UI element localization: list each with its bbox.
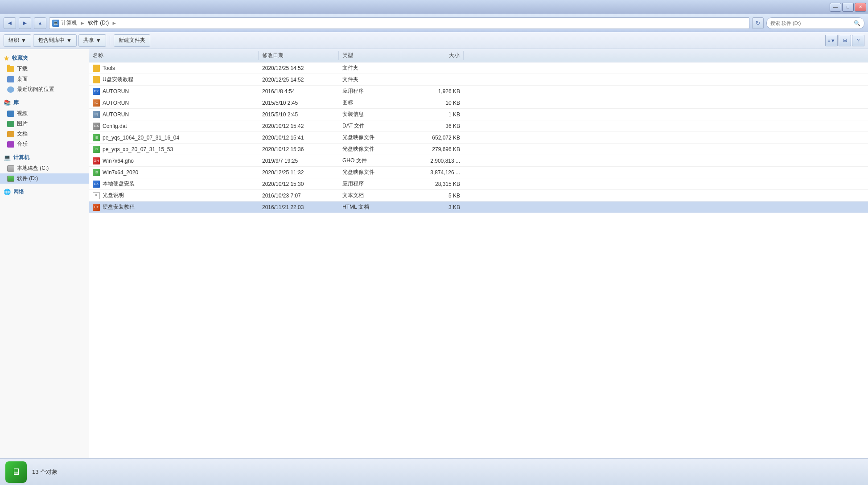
share-button[interactable]: 共享 ▼ [78, 34, 106, 47]
file-name: 本地硬盘安装 [103, 180, 135, 188]
new-folder-label: 新建文件夹 [119, 37, 145, 44]
table-row[interactable]: ≡ 光盘说明 2016/10/23 7:07 文本文档 5 KB [89, 190, 868, 201]
status-logo: 🖥 [5, 461, 27, 483]
organize-label: 组织 [8, 37, 19, 44]
computer-section: 💻 计算机 本地磁盘 (C:) 软件 (D:) [0, 152, 89, 184]
minimize-button[interactable]: — [830, 3, 841, 12]
table-row[interactable]: DA Config.dat 2020/10/12 15:42 DAT 文件 36… [89, 120, 868, 132]
file-name: Config.dat [103, 123, 127, 129]
sidebar-item-music[interactable]: 音乐 [0, 139, 89, 149]
forward-button[interactable]: ► [19, 17, 31, 29]
file-name-cell: EX AUTORUN [89, 87, 259, 96]
table-row[interactable]: IN AUTORUN 2015/5/10 2:45 安装信息 1 KB [89, 109, 868, 120]
table-row[interactable]: IS Win7x64_2020 2020/12/25 11:32 光盘映像文件 … [89, 167, 868, 178]
file-name: 光盘说明 [103, 192, 124, 199]
column-type-header[interactable]: 类型 [339, 51, 401, 60]
folder-icon [93, 76, 100, 83]
file-name-cell: EX 本地硬盘安装 [89, 179, 259, 189]
address-path[interactable]: 💻 计算机 ► 软件 (D:) ► [49, 17, 749, 29]
path-sep1: ► [80, 20, 85, 26]
table-row[interactable]: Tools 2020/12/25 14:52 文件夹 [89, 62, 868, 74]
maximize-button[interactable]: □ [842, 3, 854, 12]
desktop-label: 桌面 [17, 75, 28, 83]
table-row[interactable]: IS pe_yqs_1064_20_07_31_16_04 2020/10/12… [89, 132, 868, 144]
sidebar-item-d-drive[interactable]: 软件 (D:) [0, 173, 89, 184]
file-size-cell: 3 KB [401, 203, 464, 211]
recent-icon [7, 86, 14, 93]
library-header[interactable]: 📚 库 [0, 97, 89, 108]
path-computer-icon: 💻 [52, 20, 59, 27]
downloads-label: 下载 [17, 65, 28, 73]
table-row[interactable]: EX AUTORUN 2016/1/8 4:54 应用程序 1,926 KB [89, 86, 868, 97]
sidebar-item-video[interactable]: 视频 [0, 108, 89, 119]
view-toggle-button[interactable]: ≡▼ [825, 35, 838, 46]
sidebar-item-recent[interactable]: 最近访问的位置 [0, 84, 89, 95]
search-icon[interactable]: 🔍 [854, 20, 860, 26]
table-row[interactable]: U盘安装教程 2020/12/25 14:52 文件夹 [89, 74, 868, 86]
file-type-cell: HTML 文档 [339, 202, 401, 212]
column-name-header[interactable]: 名称 [89, 51, 259, 60]
address-bar: ◄ ► ▲ 💻 计算机 ► 软件 (D:) ► ↻ 🔍 [0, 14, 868, 32]
table-row[interactable]: HT 硬盘安装教程 2016/11/21 22:03 HTML 文档 3 KB [89, 201, 868, 213]
file-size-cell: 2,900,813 ... [401, 157, 464, 165]
title-bar: — □ ✕ [0, 0, 868, 14]
share-arrow: ▼ [96, 37, 101, 44]
toolbar: 组织 ▼ 包含到库中 ▼ 共享 ▼ 新建文件夹 ≡▼ ⊟ ? [0, 32, 868, 49]
library-section: 📚 库 视频 图片 文档 音乐 [0, 97, 89, 149]
favorites-icon: ★ [4, 55, 9, 62]
computer-header[interactable]: 💻 计算机 [0, 152, 89, 163]
sidebar-item-downloads[interactable]: 下载 [0, 64, 89, 74]
file-name-cell: U盘安装教程 [89, 75, 259, 84]
file-type-cell: DAT 文件 [339, 121, 401, 131]
html-icon: HT [93, 204, 100, 211]
column-date-header[interactable]: 修改日期 [259, 51, 339, 60]
sidebar: ★ 收藏夹 下载 桌面 最近访问的位置 📚 库 [0, 49, 89, 458]
iso-icon: IS [93, 169, 100, 176]
file-name-cell: IC AUTORUN [89, 99, 259, 107]
c-drive-label: 本地磁盘 (C:) [17, 164, 49, 172]
favorites-label: 收藏夹 [12, 54, 28, 62]
file-size-cell: 1,926 KB [401, 87, 464, 95]
include-library-button[interactable]: 包含到库中 ▼ [33, 34, 77, 47]
file-name-cell: ≡ 光盘说明 [89, 191, 259, 200]
preview-pane-button[interactable]: ⊟ [839, 35, 851, 46]
recent-label: 最近访问的位置 [17, 86, 54, 93]
sidebar-item-pictures[interactable]: 图片 [0, 119, 89, 129]
new-folder-button[interactable]: 新建文件夹 [114, 34, 150, 47]
sidebar-item-c-drive[interactable]: 本地磁盘 (C:) [0, 163, 89, 173]
table-row[interactable]: EX 本地硬盘安装 2020/10/12 15:30 应用程序 28,315 K… [89, 178, 868, 190]
table-row[interactable]: IC AUTORUN 2015/5/10 2:45 图标 10 KB [89, 97, 868, 109]
file-date-cell: 2016/1/8 4:54 [259, 87, 339, 95]
file-type-cell: 文件夹 [339, 75, 401, 84]
file-date-cell: 2020/12/25 11:32 [259, 169, 339, 177]
close-button[interactable]: ✕ [855, 3, 866, 12]
back-button[interactable]: ◄ [4, 17, 16, 29]
organize-button[interactable]: 组织 ▼ [4, 34, 31, 47]
file-name-cell: IS Win7x64_2020 [89, 168, 259, 177]
refresh-button[interactable]: ↻ [752, 17, 764, 29]
pictures-label: 图片 [17, 120, 28, 127]
file-name-cell: GH Win7x64.gho [89, 156, 259, 165]
view-buttons: ≡▼ ⊟ ? [825, 35, 864, 46]
file-date-cell: 2019/9/7 19:25 [259, 157, 339, 165]
sidebar-item-documents[interactable]: 文档 [0, 129, 89, 139]
column-size-header[interactable]: 大小 [401, 51, 464, 60]
help-button[interactable]: ? [852, 35, 864, 46]
include-library-label: 包含到库中 [38, 37, 65, 44]
include-arrow: ▼ [66, 37, 72, 44]
status-count: 13 个对象 [32, 468, 58, 476]
up-button[interactable]: ▲ [34, 17, 46, 29]
search-input[interactable] [770, 21, 852, 26]
file-type-cell: GHO 文件 [339, 156, 401, 165]
file-rows-container: Tools 2020/12/25 14:52 文件夹 U盘安装教程 2020/1… [89, 62, 868, 213]
sidebar-item-desktop[interactable]: 桌面 [0, 74, 89, 84]
organize-arrow: ▼ [21, 37, 26, 44]
network-label: 网络 [13, 188, 24, 196]
favorites-header[interactable]: ★ 收藏夹 [0, 53, 89, 64]
favorites-section: ★ 收藏夹 下载 桌面 最近访问的位置 [0, 53, 89, 95]
file-date-cell: 2020/12/25 14:52 [259, 64, 339, 72]
table-row[interactable]: GH Win7x64.gho 2019/9/7 19:25 GHO 文件 2,9… [89, 155, 868, 167]
table-row[interactable]: IS pe_yqs_xp_20_07_31_15_53 2020/10/12 1… [89, 144, 868, 155]
network-header[interactable]: 🌐 网络 [0, 186, 89, 197]
d-drive-icon [7, 176, 14, 182]
